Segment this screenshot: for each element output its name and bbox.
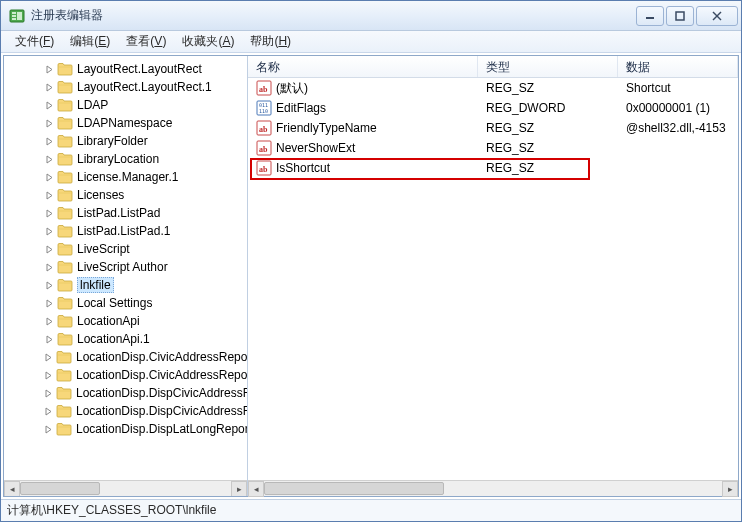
tree-item[interactable]: lnkfile <box>4 276 247 294</box>
tree-item[interactable]: LayoutRect.LayoutRect <box>4 60 247 78</box>
scroll-thumb[interactable] <box>20 482 100 495</box>
tree-item[interactable]: ListPad.ListPad.1 <box>4 222 247 240</box>
folder-icon <box>57 278 73 292</box>
cell-data: @shell32.dll,-4153 <box>618 121 738 135</box>
menubar: 文件(F)编辑(E)查看(V)收藏夹(A)帮助(H) <box>1 31 741 53</box>
string-value-icon: ab <box>256 120 272 136</box>
tree-item[interactable]: ListPad.ListPad <box>4 204 247 222</box>
expand-icon[interactable] <box>44 244 54 254</box>
expand-icon[interactable] <box>44 190 54 200</box>
expand-icon[interactable] <box>44 298 54 308</box>
tree-item-label: LocationDisp.DispCivicAddressReport <box>76 386 248 400</box>
expand-icon[interactable] <box>44 406 53 416</box>
list-header: 名称 类型 数据 <box>248 56 738 78</box>
list-row[interactable]: 011110EditFlagsREG_DWORD0x00000001 (1) <box>248 98 738 118</box>
column-header-type[interactable]: 类型 <box>478 56 618 77</box>
list-row[interactable]: abNeverShowExtREG_SZ <box>248 138 738 158</box>
svg-text:ab: ab <box>259 145 268 154</box>
scroll-thumb[interactable] <box>264 482 444 495</box>
tree-item-label: ListPad.ListPad.1 <box>77 224 170 238</box>
tree-item[interactable]: LocationDisp.DispLatLongReport <box>4 420 247 438</box>
expand-icon[interactable] <box>44 388 53 398</box>
minimize-button[interactable] <box>636 6 664 26</box>
tree: LayoutRect.LayoutRectLayoutRect.LayoutRe… <box>4 56 247 442</box>
tree-item[interactable]: LDAPNamespace <box>4 114 247 132</box>
cell-name: abFriendlyTypeName <box>248 120 478 136</box>
tree-item[interactable]: LDAP <box>4 96 247 114</box>
tree-item[interactable]: Licenses <box>4 186 247 204</box>
folder-icon <box>57 332 73 346</box>
expand-icon[interactable] <box>44 280 54 290</box>
svg-rect-2 <box>12 15 16 17</box>
maximize-button[interactable] <box>666 6 694 26</box>
tree-item[interactable]: LibraryFolder <box>4 132 247 150</box>
tree-item-label: LDAPNamespace <box>77 116 172 130</box>
content-area: LayoutRect.LayoutRectLayoutRect.LayoutRe… <box>3 55 739 497</box>
close-button[interactable] <box>696 6 738 26</box>
expand-icon[interactable] <box>44 154 54 164</box>
list-row[interactable]: ab(默认)REG_SZShortcut <box>248 78 738 98</box>
expand-icon[interactable] <box>44 424 53 434</box>
expand-icon[interactable] <box>44 82 54 92</box>
tree-item-label: License.Manager.1 <box>77 170 178 184</box>
tree-item[interactable]: LibraryLocation <box>4 150 247 168</box>
tree-item[interactable]: LocationDisp.DispCivicAddressReport <box>4 384 247 402</box>
titlebar: 注册表编辑器 <box>1 1 741 31</box>
list-hscrollbar[interactable]: ◂ ▸ <box>248 480 738 496</box>
tree-item[interactable]: LocationDisp.CivicAddressReport.1 <box>4 366 247 384</box>
list-body[interactable]: ab(默认)REG_SZShortcut011110EditFlagsREG_D… <box>248 78 738 480</box>
scroll-left-button[interactable]: ◂ <box>248 481 264 497</box>
list-row[interactable]: abIsShortcutREG_SZ <box>248 158 738 178</box>
menu-item-f[interactable]: 文件(F) <box>7 31 62 52</box>
expand-icon[interactable] <box>44 352 53 362</box>
expand-icon[interactable] <box>44 316 54 326</box>
cell-name: 011110EditFlags <box>248 100 478 116</box>
tree-item[interactable]: License.Manager.1 <box>4 168 247 186</box>
string-value-icon: ab <box>256 140 272 156</box>
column-header-data[interactable]: 数据 <box>618 56 738 77</box>
expand-icon[interactable] <box>44 136 54 146</box>
expand-icon[interactable] <box>44 100 54 110</box>
menu-item-h[interactable]: 帮助(H) <box>242 31 299 52</box>
expand-icon[interactable] <box>44 118 54 128</box>
tree-item[interactable]: LocationApi <box>4 312 247 330</box>
scroll-left-button[interactable]: ◂ <box>4 481 20 496</box>
menu-item-v[interactable]: 查看(V) <box>118 31 174 52</box>
scroll-track[interactable] <box>264 481 722 496</box>
tree-item[interactable]: LiveScript <box>4 240 247 258</box>
scroll-right-button[interactable]: ▸ <box>231 481 247 496</box>
app-icon <box>9 8 25 24</box>
tree-item[interactable]: Local Settings <box>4 294 247 312</box>
expand-icon[interactable] <box>44 370 53 380</box>
scroll-right-button[interactable]: ▸ <box>722 481 738 497</box>
folder-icon <box>57 224 73 238</box>
expand-icon[interactable] <box>44 64 54 74</box>
tree-item[interactable]: LocationDisp.DispCivicAddressReport.1 <box>4 402 247 420</box>
expand-icon[interactable] <box>44 262 54 272</box>
value-name: IsShortcut <box>276 161 330 175</box>
tree-item[interactable]: LocationApi.1 <box>4 330 247 348</box>
tree-item[interactable]: LayoutRect.LayoutRect.1 <box>4 78 247 96</box>
menu-item-e[interactable]: 编辑(E) <box>62 31 118 52</box>
column-header-name[interactable]: 名称 <box>248 56 478 77</box>
svg-text:ab: ab <box>259 125 268 134</box>
menu-item-a[interactable]: 收藏夹(A) <box>174 31 242 52</box>
scroll-track[interactable] <box>20 481 231 496</box>
folder-icon <box>57 314 73 328</box>
folder-icon <box>57 152 73 166</box>
expand-icon[interactable] <box>44 172 54 182</box>
folder-icon <box>56 404 72 418</box>
tree-pane[interactable]: LayoutRect.LayoutRectLayoutRect.LayoutRe… <box>4 56 248 496</box>
expand-icon[interactable] <box>44 208 54 218</box>
folder-icon <box>57 98 73 112</box>
list-row[interactable]: abFriendlyTypeNameREG_SZ@shell32.dll,-41… <box>248 118 738 138</box>
tree-hscrollbar[interactable]: ◂ ▸ <box>4 480 247 496</box>
expand-icon[interactable] <box>44 334 54 344</box>
tree-item[interactable]: LocationDisp.CivicAddressReport <box>4 348 247 366</box>
list-pane: 名称 类型 数据 ab(默认)REG_SZShortcut011110EditF… <box>248 56 738 496</box>
folder-icon <box>57 170 73 184</box>
expand-icon[interactable] <box>44 226 54 236</box>
tree-item[interactable]: LiveScript Author <box>4 258 247 276</box>
tree-item-label: LiveScript Author <box>77 260 168 274</box>
svg-rect-3 <box>12 18 16 20</box>
